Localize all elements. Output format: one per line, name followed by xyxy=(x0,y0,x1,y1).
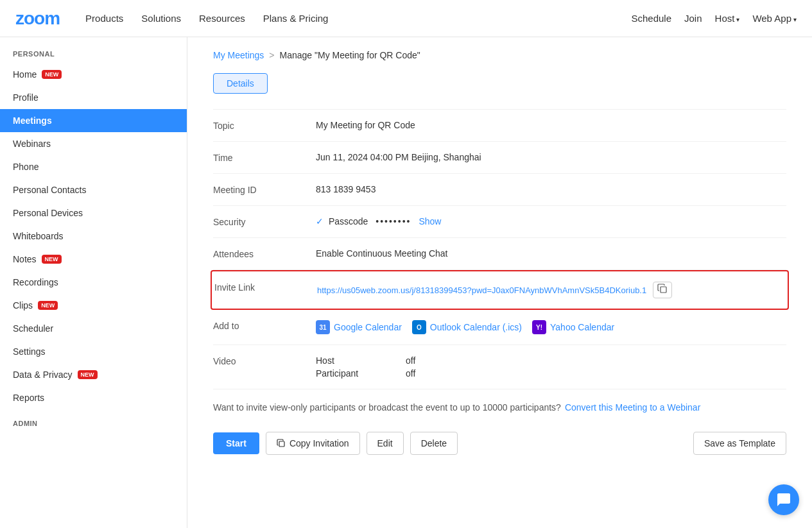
yahoo-calendar-label: Yahoo Calendar xyxy=(550,322,614,332)
chat-icon xyxy=(776,492,791,507)
show-passcode-link[interactable]: Show xyxy=(419,216,441,226)
copy-link-button[interactable] xyxy=(653,282,672,298)
main-content: My Meetings > Manage "My Meeting for QR … xyxy=(187,37,812,528)
nav-right: Schedule Join Host▾ Web App▾ xyxy=(631,13,797,24)
video-host-row: Host off xyxy=(316,355,786,366)
video-row: Video Host off Participant off xyxy=(213,345,786,389)
nav-webapp[interactable]: Web App▾ xyxy=(752,13,797,24)
sidebar-item-home[interactable]: Home NEW xyxy=(0,63,187,86)
tab-details[interactable]: Details xyxy=(213,73,268,94)
sidebar-item-meetings[interactable]: Meetings xyxy=(0,109,187,132)
sidebar-item-personal-devices[interactable]: Personal Devices xyxy=(0,201,187,225)
edit-button[interactable]: Edit xyxy=(367,432,404,455)
add-to-row: Add to 31 Google Calendar O xyxy=(213,310,786,345)
attendees-row: Attendees Enable Continuous Meeting Chat xyxy=(213,238,786,270)
svg-rect-0 xyxy=(661,287,666,293)
time-value: Jun 11, 2024 04:00 PM Beijing, Shanghai xyxy=(316,152,786,162)
nav-host[interactable]: Host▾ xyxy=(715,13,740,24)
tab-bar: Details xyxy=(213,73,786,94)
copy-invitation-button[interactable]: Copy Invitation xyxy=(266,432,360,455)
breadcrumb-current: Manage "My Meeting for QR Code" xyxy=(280,50,420,60)
video-host-value: off xyxy=(406,355,415,366)
passcode-check-icon: ✓ xyxy=(316,216,324,226)
notes-new-badge: NEW xyxy=(42,255,62,264)
clips-new-badge: NEW xyxy=(38,301,58,310)
google-calendar-icon: 31 xyxy=(316,320,330,334)
time-label: Time xyxy=(213,152,316,163)
yahoo-icon-text: Y! xyxy=(536,324,542,331)
webinar-cta-row: Want to invite view-only participants or… xyxy=(213,389,786,425)
sidebar-item-notes[interactable]: Notes NEW xyxy=(0,248,187,271)
zoom-logo[interactable]: zoom xyxy=(15,8,60,29)
outlook-calendar-link[interactable]: O Outlook Calendar (.ics) xyxy=(412,320,522,334)
meeting-id-label: Meeting ID xyxy=(213,184,316,195)
save-template-button[interactable]: Save as Template xyxy=(693,432,786,455)
details-table: Topic My Meeting for QR Code Time Jun 11… xyxy=(213,109,786,389)
video-value: Host off Participant off xyxy=(316,355,786,379)
passcode-label: Passcode xyxy=(329,216,368,226)
video-host-label: Host xyxy=(316,355,380,366)
google-icon-text: 31 xyxy=(319,324,326,331)
invite-link-url[interactable]: https://us05web.zoom.us/j/81318399453?pw… xyxy=(317,285,646,295)
attendees-label: Attendees xyxy=(213,248,316,259)
nav-resources[interactable]: Resources xyxy=(199,13,245,24)
invite-link-row: Invite Link https://us05web.zoom.us/j/81… xyxy=(211,270,789,310)
nav-join[interactable]: Join xyxy=(684,13,702,24)
sidebar-item-reports[interactable]: Reports xyxy=(0,386,187,409)
google-calendar-link[interactable]: 31 Google Calendar xyxy=(316,320,402,334)
video-participant-label: Participant xyxy=(316,368,380,379)
passcode-dots: •••••••• xyxy=(376,216,411,226)
outlook-calendar-label: Outlook Calendar (.ics) xyxy=(430,322,522,332)
topic-row: Topic My Meeting for QR Code xyxy=(213,109,786,142)
invite-link-value: https://us05web.zoom.us/j/81318399453?pw… xyxy=(317,282,785,298)
google-calendar-label: Google Calendar xyxy=(334,322,402,332)
video-label: Video xyxy=(213,355,316,366)
admin-section-label: ADMIN xyxy=(0,420,187,432)
add-to-label: Add to xyxy=(213,320,316,331)
topic-value: My Meeting for QR Code xyxy=(316,120,786,130)
nav-schedule[interactable]: Schedule xyxy=(631,13,671,24)
host-dropdown-arrow: ▾ xyxy=(736,16,739,23)
sidebar-item-webinars[interactable]: Webinars xyxy=(0,132,187,155)
time-row: Time Jun 11, 2024 04:00 PM Beijing, Shan… xyxy=(213,142,786,174)
nav-plans-pricing[interactable]: Plans & Pricing xyxy=(263,13,329,24)
convert-to-webinar-link[interactable]: Convert this Meeting to a Webinar xyxy=(565,402,700,413)
security-row: Security ✓ Passcode •••••••• Show xyxy=(213,206,786,238)
nav-links: Products Solutions Resources Plans & Pri… xyxy=(85,13,631,24)
sidebar-item-scheduler[interactable]: Scheduler xyxy=(0,317,187,340)
start-button[interactable]: Start xyxy=(213,432,259,454)
sidebar-item-settings[interactable]: Settings xyxy=(0,340,187,363)
calendar-links: 31 Google Calendar O Outlook Calendar (.… xyxy=(316,320,786,334)
data-privacy-new-badge: NEW xyxy=(78,370,98,379)
personal-section-label: PERSONAL xyxy=(0,50,187,63)
delete-button[interactable]: Delete xyxy=(410,432,458,455)
nav-products[interactable]: Products xyxy=(85,13,123,24)
sidebar-item-profile[interactable]: Profile xyxy=(0,86,187,109)
sidebar-item-phone[interactable]: Phone xyxy=(0,155,187,178)
security-label: Security xyxy=(213,216,316,227)
video-participant-row: Participant off xyxy=(316,368,786,379)
sidebar-item-personal-contacts[interactable]: Personal Contacts xyxy=(0,178,187,201)
copy-invitation-icon xyxy=(277,439,286,448)
svg-rect-1 xyxy=(279,441,284,447)
outlook-calendar-icon: O xyxy=(412,320,426,334)
nav-solutions[interactable]: Solutions xyxy=(141,13,181,24)
video-participant-value: off xyxy=(406,368,415,379)
copy-invitation-label: Copy Invitation xyxy=(289,438,349,448)
breadcrumb: My Meetings > Manage "My Meeting for QR … xyxy=(213,50,786,60)
outlook-icon-text: O xyxy=(417,324,422,331)
breadcrumb-parent[interactable]: My Meetings xyxy=(213,50,264,60)
invite-link-label: Invite Link xyxy=(214,282,317,293)
sidebar: PERSONAL Home NEW Profile Meetings Webin… xyxy=(0,37,187,528)
sidebar-item-recordings[interactable]: Recordings xyxy=(0,271,187,294)
sidebar-item-clips[interactable]: Clips NEW xyxy=(0,294,187,317)
sidebar-item-whiteboards[interactable]: Whiteboards xyxy=(0,225,187,248)
sidebar-item-data-privacy[interactable]: Data & Privacy NEW xyxy=(0,363,187,386)
chat-widget-button[interactable] xyxy=(768,484,799,515)
yahoo-calendar-icon: Y! xyxy=(532,320,546,334)
home-new-badge: NEW xyxy=(42,70,62,79)
yahoo-calendar-link[interactable]: Y! Yahoo Calendar xyxy=(532,320,614,334)
webinar-text: Want to invite view-only participants or… xyxy=(213,402,561,413)
action-buttons: Start Copy Invitation Edit Delete Save a… xyxy=(213,425,786,455)
add-to-value: 31 Google Calendar O Outlook Calendar (.… xyxy=(316,320,786,334)
